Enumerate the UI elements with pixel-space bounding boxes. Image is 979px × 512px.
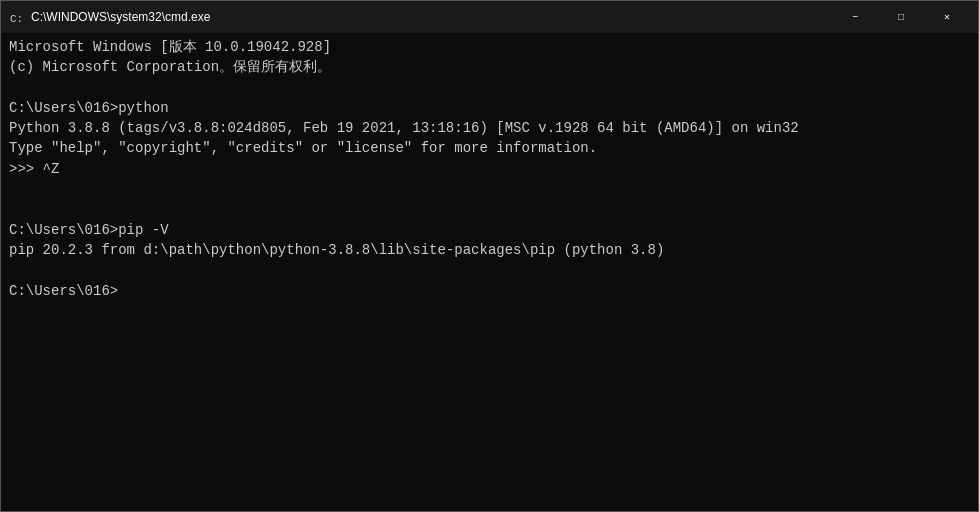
- console-line: [9, 199, 970, 219]
- console-line: C:\Users\016>: [9, 281, 970, 301]
- console-line: [9, 78, 970, 98]
- title-bar: C: C:\WINDOWS\system32\cmd.exe − □ ✕: [1, 1, 978, 33]
- console-line: Microsoft Windows [版本 10.0.19042.928]: [9, 37, 970, 57]
- window-controls: − □ ✕: [832, 1, 970, 33]
- console-line: [9, 260, 970, 280]
- window-title: C:\WINDOWS\system32\cmd.exe: [31, 10, 832, 24]
- minimize-button[interactable]: −: [832, 1, 878, 33]
- console-line: [9, 179, 970, 199]
- console-line: Python 3.8.8 (tags/v3.8.8:024d805, Feb 1…: [9, 118, 970, 138]
- console-line: Type "help", "copyright", "credits" or "…: [9, 138, 970, 158]
- console-line: C:\Users\016>python: [9, 98, 970, 118]
- console-output[interactable]: Microsoft Windows [版本 10.0.19042.928](c)…: [1, 33, 978, 511]
- close-button[interactable]: ✕: [924, 1, 970, 33]
- console-line: (c) Microsoft Corporation。保留所有权利。: [9, 57, 970, 77]
- console-line: pip 20.2.3 from d:\path\python\python-3.…: [9, 240, 970, 260]
- cmd-window: C: C:\WINDOWS\system32\cmd.exe − □ ✕ Mic…: [0, 0, 979, 512]
- cmd-icon: C:: [9, 9, 25, 25]
- maximize-button[interactable]: □: [878, 1, 924, 33]
- console-line: >>> ^Z: [9, 159, 970, 179]
- svg-text:C:: C:: [10, 13, 23, 25]
- console-line: C:\Users\016>pip -V: [9, 220, 970, 240]
